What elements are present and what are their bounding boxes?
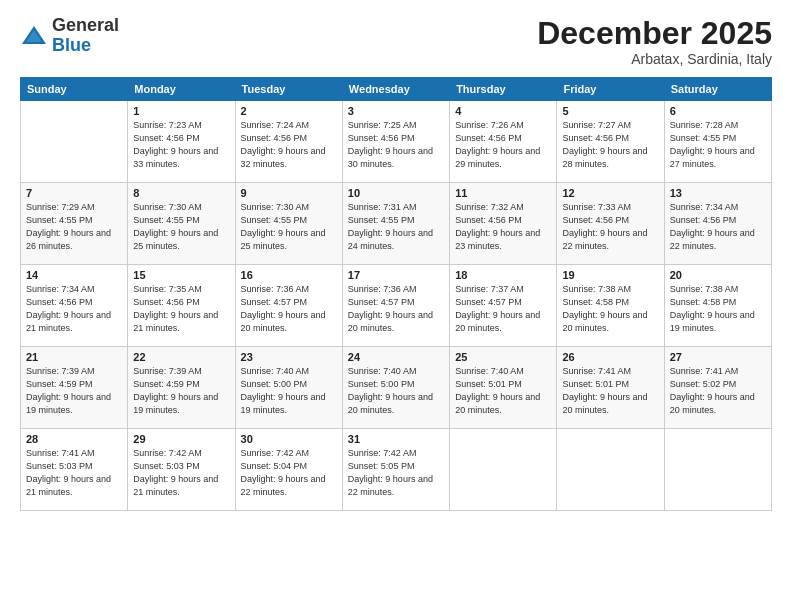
day-number: 13 [670, 187, 766, 199]
day-number: 15 [133, 269, 229, 281]
day-number: 4 [455, 105, 551, 117]
day-info: Sunrise: 7:30 AMSunset: 4:55 PMDaylight:… [241, 201, 337, 253]
day-info: Sunrise: 7:41 AMSunset: 5:02 PMDaylight:… [670, 365, 766, 417]
calendar-cell-w1-d6: 6Sunrise: 7:28 AMSunset: 4:55 PMDaylight… [664, 101, 771, 183]
day-info: Sunrise: 7:26 AMSunset: 4:56 PMDaylight:… [455, 119, 551, 171]
day-number: 27 [670, 351, 766, 363]
day-info: Sunrise: 7:40 AMSunset: 5:00 PMDaylight:… [348, 365, 444, 417]
day-number: 24 [348, 351, 444, 363]
day-info: Sunrise: 7:36 AMSunset: 4:57 PMDaylight:… [241, 283, 337, 335]
week-row-5: 28Sunrise: 7:41 AMSunset: 5:03 PMDayligh… [21, 429, 772, 511]
calendar-cell-w2-d2: 9Sunrise: 7:30 AMSunset: 4:55 PMDaylight… [235, 183, 342, 265]
day-number: 1 [133, 105, 229, 117]
calendar-cell-w3-d3: 17Sunrise: 7:36 AMSunset: 4:57 PMDayligh… [342, 265, 449, 347]
calendar-cell-w3-d0: 14Sunrise: 7:34 AMSunset: 4:56 PMDayligh… [21, 265, 128, 347]
location: Arbatax, Sardinia, Italy [537, 51, 772, 67]
logo-icon [20, 22, 48, 50]
day-number: 7 [26, 187, 122, 199]
day-info: Sunrise: 7:38 AMSunset: 4:58 PMDaylight:… [670, 283, 766, 335]
day-info: Sunrise: 7:35 AMSunset: 4:56 PMDaylight:… [133, 283, 229, 335]
day-number: 19 [562, 269, 658, 281]
calendar-cell-w2-d1: 8Sunrise: 7:30 AMSunset: 4:55 PMDaylight… [128, 183, 235, 265]
header-sunday: Sunday [21, 78, 128, 101]
day-number: 2 [241, 105, 337, 117]
calendar-cell-w5-d5 [557, 429, 664, 511]
week-row-2: 7Sunrise: 7:29 AMSunset: 4:55 PMDaylight… [21, 183, 772, 265]
calendar-cell-w2-d6: 13Sunrise: 7:34 AMSunset: 4:56 PMDayligh… [664, 183, 771, 265]
calendar-cell-w1-d4: 4Sunrise: 7:26 AMSunset: 4:56 PMDaylight… [450, 101, 557, 183]
day-number: 6 [670, 105, 766, 117]
calendar-cell-w3-d4: 18Sunrise: 7:37 AMSunset: 4:57 PMDayligh… [450, 265, 557, 347]
day-info: Sunrise: 7:31 AMSunset: 4:55 PMDaylight:… [348, 201, 444, 253]
day-number: 8 [133, 187, 229, 199]
day-info: Sunrise: 7:24 AMSunset: 4:56 PMDaylight:… [241, 119, 337, 171]
day-number: 3 [348, 105, 444, 117]
day-number: 16 [241, 269, 337, 281]
day-number: 10 [348, 187, 444, 199]
day-number: 30 [241, 433, 337, 445]
logo-blue-text: Blue [52, 35, 91, 55]
calendar-cell-w1-d3: 3Sunrise: 7:25 AMSunset: 4:56 PMDaylight… [342, 101, 449, 183]
day-info: Sunrise: 7:34 AMSunset: 4:56 PMDaylight:… [670, 201, 766, 253]
logo: General Blue [20, 16, 119, 56]
day-number: 28 [26, 433, 122, 445]
day-info: Sunrise: 7:29 AMSunset: 4:55 PMDaylight:… [26, 201, 122, 253]
day-info: Sunrise: 7:38 AMSunset: 4:58 PMDaylight:… [562, 283, 658, 335]
day-number: 11 [455, 187, 551, 199]
day-info: Sunrise: 7:27 AMSunset: 4:56 PMDaylight:… [562, 119, 658, 171]
calendar-cell-w5-d0: 28Sunrise: 7:41 AMSunset: 5:03 PMDayligh… [21, 429, 128, 511]
calendar-cell-w1-d0 [21, 101, 128, 183]
day-number: 29 [133, 433, 229, 445]
day-info: Sunrise: 7:40 AMSunset: 5:01 PMDaylight:… [455, 365, 551, 417]
header-saturday: Saturday [664, 78, 771, 101]
day-number: 5 [562, 105, 658, 117]
day-number: 26 [562, 351, 658, 363]
calendar-cell-w4-d4: 25Sunrise: 7:40 AMSunset: 5:01 PMDayligh… [450, 347, 557, 429]
calendar-cell-w5-d1: 29Sunrise: 7:42 AMSunset: 5:03 PMDayligh… [128, 429, 235, 511]
header: General Blue December 2025 Arbatax, Sard… [20, 16, 772, 67]
calendar-cell-w2-d5: 12Sunrise: 7:33 AMSunset: 4:56 PMDayligh… [557, 183, 664, 265]
day-info: Sunrise: 7:41 AMSunset: 5:03 PMDaylight:… [26, 447, 122, 499]
day-info: Sunrise: 7:33 AMSunset: 4:56 PMDaylight:… [562, 201, 658, 253]
header-tuesday: Tuesday [235, 78, 342, 101]
calendar-cell-w3-d1: 15Sunrise: 7:35 AMSunset: 4:56 PMDayligh… [128, 265, 235, 347]
day-info: Sunrise: 7:32 AMSunset: 4:56 PMDaylight:… [455, 201, 551, 253]
calendar-cell-w4-d1: 22Sunrise: 7:39 AMSunset: 4:59 PMDayligh… [128, 347, 235, 429]
day-number: 12 [562, 187, 658, 199]
day-info: Sunrise: 7:34 AMSunset: 4:56 PMDaylight:… [26, 283, 122, 335]
calendar-cell-w4-d0: 21Sunrise: 7:39 AMSunset: 4:59 PMDayligh… [21, 347, 128, 429]
day-info: Sunrise: 7:39 AMSunset: 4:59 PMDaylight:… [133, 365, 229, 417]
day-info: Sunrise: 7:42 AMSunset: 5:05 PMDaylight:… [348, 447, 444, 499]
day-info: Sunrise: 7:36 AMSunset: 4:57 PMDaylight:… [348, 283, 444, 335]
day-number: 25 [455, 351, 551, 363]
day-number: 21 [26, 351, 122, 363]
day-info: Sunrise: 7:28 AMSunset: 4:55 PMDaylight:… [670, 119, 766, 171]
day-info: Sunrise: 7:37 AMSunset: 4:57 PMDaylight:… [455, 283, 551, 335]
week-row-3: 14Sunrise: 7:34 AMSunset: 4:56 PMDayligh… [21, 265, 772, 347]
weekday-header-row: Sunday Monday Tuesday Wednesday Thursday… [21, 78, 772, 101]
calendar-cell-w2-d3: 10Sunrise: 7:31 AMSunset: 4:55 PMDayligh… [342, 183, 449, 265]
calendar-cell-w3-d6: 20Sunrise: 7:38 AMSunset: 4:58 PMDayligh… [664, 265, 771, 347]
title-block: December 2025 Arbatax, Sardinia, Italy [537, 16, 772, 67]
logo-general-text: General [52, 15, 119, 35]
day-info: Sunrise: 7:42 AMSunset: 5:03 PMDaylight:… [133, 447, 229, 499]
day-info: Sunrise: 7:42 AMSunset: 5:04 PMDaylight:… [241, 447, 337, 499]
header-friday: Friday [557, 78, 664, 101]
calendar-cell-w5-d2: 30Sunrise: 7:42 AMSunset: 5:04 PMDayligh… [235, 429, 342, 511]
header-monday: Monday [128, 78, 235, 101]
day-info: Sunrise: 7:25 AMSunset: 4:56 PMDaylight:… [348, 119, 444, 171]
day-info: Sunrise: 7:40 AMSunset: 5:00 PMDaylight:… [241, 365, 337, 417]
calendar-cell-w2-d0: 7Sunrise: 7:29 AMSunset: 4:55 PMDaylight… [21, 183, 128, 265]
day-number: 23 [241, 351, 337, 363]
calendar-cell-w4-d6: 27Sunrise: 7:41 AMSunset: 5:02 PMDayligh… [664, 347, 771, 429]
calendar-cell-w5-d4 [450, 429, 557, 511]
day-number: 17 [348, 269, 444, 281]
calendar-cell-w5-d6 [664, 429, 771, 511]
calendar-cell-w4-d2: 23Sunrise: 7:40 AMSunset: 5:00 PMDayligh… [235, 347, 342, 429]
day-number: 9 [241, 187, 337, 199]
calendar-cell-w4-d3: 24Sunrise: 7:40 AMSunset: 5:00 PMDayligh… [342, 347, 449, 429]
day-info: Sunrise: 7:41 AMSunset: 5:01 PMDaylight:… [562, 365, 658, 417]
header-thursday: Thursday [450, 78, 557, 101]
day-number: 31 [348, 433, 444, 445]
week-row-4: 21Sunrise: 7:39 AMSunset: 4:59 PMDayligh… [21, 347, 772, 429]
